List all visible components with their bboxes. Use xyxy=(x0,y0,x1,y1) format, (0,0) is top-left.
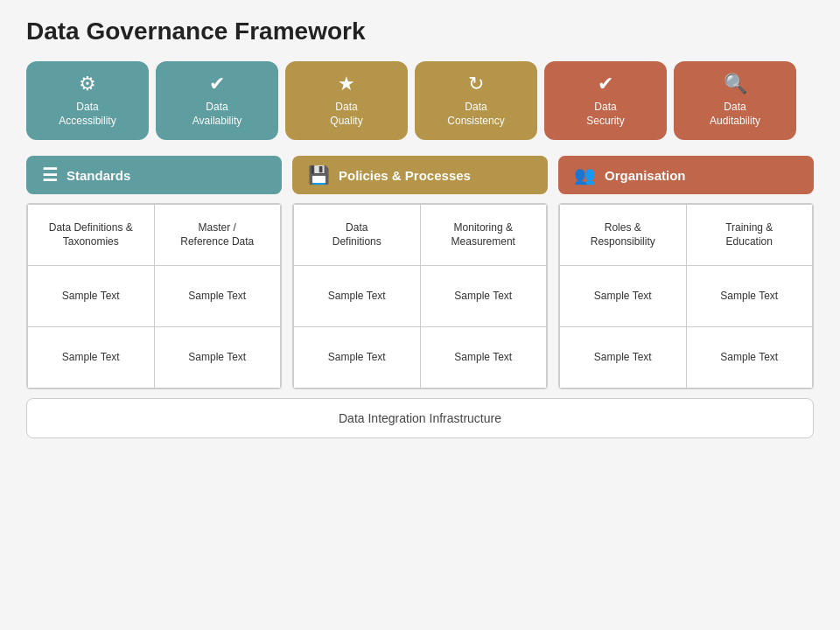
data-quality-icon: ★ xyxy=(338,73,355,95)
grid-header-organisation: Roles &Responsibility xyxy=(560,205,687,266)
data-accessibility-label: DataAccessibility xyxy=(59,101,116,128)
table-cell: Sample Text xyxy=(294,327,421,388)
policies-processes-icon: 💾 xyxy=(308,164,330,186)
standards-label: Standards xyxy=(66,168,130,183)
data-availability-label: DataAvailability xyxy=(192,101,242,128)
grid-organisation: Roles &ResponsibilityTraining &Education… xyxy=(558,203,814,389)
table-cell: Sample Text xyxy=(420,327,547,388)
card-data-availability: ✔ DataAvailability xyxy=(156,61,278,140)
policies-processes-label: Policies & Processes xyxy=(339,168,471,183)
table-cell: Sample Text xyxy=(560,266,687,327)
data-consistency-icon: ↻ xyxy=(468,73,484,95)
data-consistency-label: DataConsistency xyxy=(447,101,504,128)
card-data-accessibility: ⚙ DataAccessibility xyxy=(26,61,149,140)
data-security-label: DataSecurity xyxy=(586,101,624,128)
data-auditability-icon: 🔍 xyxy=(724,73,747,95)
grid-header-standards: Data Definitions &Taxonomies xyxy=(28,205,155,266)
data-auditability-label: DataAuditability xyxy=(710,101,760,128)
grid-policies-processes: DataDefinitionsMonitoring &MeasurementSa… xyxy=(292,203,548,389)
data-availability-icon: ✔ xyxy=(209,73,225,95)
table-cell: Sample Text xyxy=(560,327,687,388)
data-accessibility-icon: ⚙ xyxy=(79,73,96,95)
table-cell: Sample Text xyxy=(28,327,155,388)
organisation-label: Organisation xyxy=(605,168,686,183)
page-title: Data Governance Framework xyxy=(26,18,814,46)
table-cell: Sample Text xyxy=(686,327,813,388)
card-data-security: ✔ DataSecurity xyxy=(544,61,667,140)
section-headers-row: ☰ Standards 💾 Policies & Processes 👥 Org… xyxy=(26,156,814,194)
card-data-quality: ★ DataQuality xyxy=(285,61,408,140)
table-cell: Sample Text xyxy=(294,266,421,327)
bottom-bar: Data Integration Infrastructure xyxy=(26,398,814,438)
grids-row: Data Definitions &TaxonomiesMaster /Refe… xyxy=(26,203,814,389)
standards-icon: ☰ xyxy=(42,164,58,186)
grid-header-policies-processes: DataDefinitions xyxy=(294,205,421,266)
table-cell: Sample Text xyxy=(28,266,155,327)
table-cell: Sample Text xyxy=(686,266,813,327)
grid-header-organisation: Training &Education xyxy=(686,205,813,266)
data-security-icon: ✔ xyxy=(598,73,613,95)
section-header-standards: ☰ Standards xyxy=(26,156,282,194)
card-data-consistency: ↻ DataConsistency xyxy=(415,61,537,140)
section-header-policies-processes: 💾 Policies & Processes xyxy=(292,156,548,194)
table-cell: Sample Text xyxy=(154,327,281,388)
top-cards-row: ⚙ DataAccessibility ✔ DataAvailability ★… xyxy=(26,61,814,140)
table-cell: Sample Text xyxy=(420,266,547,327)
grid-header-policies-processes: Monitoring &Measurement xyxy=(420,205,547,266)
section-header-organisation: 👥 Organisation xyxy=(558,156,814,194)
grid-standards: Data Definitions &TaxonomiesMaster /Refe… xyxy=(26,203,282,389)
table-cell: Sample Text xyxy=(154,266,281,327)
organisation-icon: 👥 xyxy=(574,164,596,186)
grid-header-standards: Master /Reference Data xyxy=(154,205,281,266)
data-quality-label: DataQuality xyxy=(330,101,362,128)
card-data-auditability: 🔍 DataAuditability xyxy=(674,61,796,140)
